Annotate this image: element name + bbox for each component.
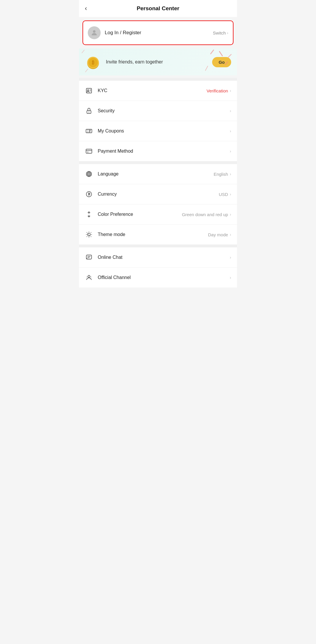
payment-icon [85, 147, 93, 155]
kyc-label: KYC [98, 88, 207, 93]
page-title: Personal Center [137, 5, 179, 12]
invite-banner: ₿ Invite friends, earn together Go [79, 49, 237, 75]
menu-item-color-preference[interactable]: Color Preference Green down and red up › [79, 204, 237, 225]
color-preference-chevron-icon: › [230, 212, 231, 217]
coupons-chevron-icon: › [230, 129, 231, 133]
kyc-chevron-icon: › [230, 88, 231, 93]
theme-mode-label: Theme mode [98, 232, 208, 237]
security-chevron-icon: › [230, 109, 231, 113]
theme-mode-chevron-icon: › [230, 232, 231, 237]
language-icon [85, 170, 93, 178]
account-section: KYC Verification › Security › My Coup [79, 81, 237, 161]
kyc-icon [85, 87, 93, 95]
invite-coin-icon: ₿ [85, 54, 101, 70]
header: ‹ Personal Center [79, 0, 237, 17]
menu-item-language[interactable]: Language English › [79, 164, 237, 184]
language-chevron-icon: › [230, 172, 231, 176]
avatar [88, 26, 101, 39]
security-icon [85, 107, 93, 115]
currency-chevron-icon: › [230, 192, 231, 197]
menu-item-security[interactable]: Security › [79, 101, 237, 121]
official-channel-label: Official Channel [98, 275, 228, 280]
svg-point-13 [87, 90, 89, 91]
menu-item-currency[interactable]: Currency USD › [79, 184, 237, 204]
currency-label: Currency [98, 192, 219, 197]
svg-line-5 [205, 66, 208, 70]
switch-chevron-icon: › [227, 31, 228, 35]
svg-line-1 [219, 51, 222, 56]
section-divider-2 [79, 161, 237, 164]
support-section: Online Chat › Official Channel › [79, 247, 237, 287]
kyc-value: Verification [207, 88, 228, 93]
online-chat-icon [85, 253, 93, 261]
menu-item-online-chat[interactable]: Online Chat › [79, 247, 237, 268]
svg-point-17 [89, 112, 90, 113]
section-divider-3 [79, 244, 237, 247]
security-label: Security [98, 108, 228, 113]
language-label: Language [98, 171, 214, 177]
menu-item-kyc[interactable]: KYC Verification › [79, 81, 237, 101]
switch-label: Switch [213, 30, 226, 35]
menu-item-my-coupons[interactable]: My Coupons › [79, 121, 237, 141]
theme-mode-icon [85, 230, 93, 239]
payment-label: Payment Method [98, 149, 228, 154]
menu-item-official-channel[interactable]: Official Channel › [79, 268, 237, 287]
svg-point-0 [93, 30, 96, 33]
official-channel-chevron-icon: › [230, 275, 231, 280]
online-chat-label: Online Chat [98, 255, 228, 260]
svg-point-35 [88, 275, 90, 278]
login-register-label: Log In / Register [105, 30, 213, 36]
color-preference-icon [85, 210, 93, 218]
currency-value: USD [219, 192, 228, 197]
coupons-icon [85, 127, 93, 135]
back-button[interactable]: ‹ [85, 5, 87, 12]
coupons-label: My Coupons [98, 128, 228, 134]
login-register-banner[interactable]: Log In / Register Switch › [83, 20, 233, 45]
color-preference-label: Color Preference [98, 212, 182, 217]
invite-text: Invite friends, earn together [106, 59, 212, 65]
menu-item-theme-mode[interactable]: Theme mode Day mode › [79, 225, 237, 244]
language-value: English [214, 172, 228, 177]
invite-go-button[interactable]: Go [212, 57, 231, 67]
online-chat-chevron-icon: › [230, 255, 231, 260]
menu-item-payment-method[interactable]: Payment Method › [79, 141, 237, 161]
svg-text:₿: ₿ [92, 60, 94, 65]
svg-line-3 [228, 54, 231, 57]
official-channel-icon [85, 273, 93, 282]
svg-rect-23 [86, 149, 92, 153]
settings-section: Language English › Currency USD › Color … [79, 164, 237, 244]
svg-line-6 [82, 50, 84, 53]
theme-mode-value: Day mode [208, 232, 228, 237]
section-divider-1 [79, 78, 237, 81]
currency-icon [85, 190, 93, 198]
color-preference-value: Green down and red up [182, 212, 228, 217]
payment-chevron-icon: › [230, 149, 231, 154]
svg-point-31 [87, 233, 90, 236]
svg-line-2 [211, 50, 214, 54]
switch-button[interactable]: Switch › [213, 30, 228, 35]
